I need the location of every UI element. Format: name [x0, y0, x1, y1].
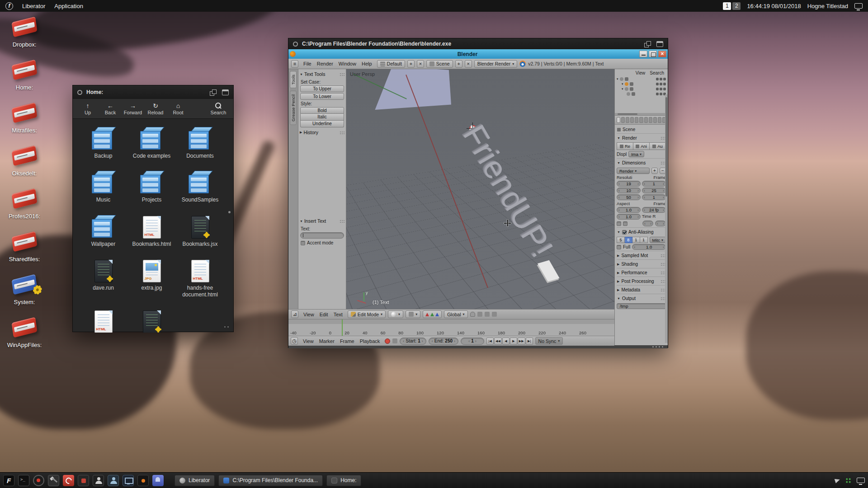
viewport-menu-item[interactable]: Edit: [317, 312, 331, 317]
timeline-menu-item[interactable]: Marker: [316, 338, 337, 344]
time-remap-new-field[interactable]: [655, 221, 666, 226]
file-item[interactable]: SoundSamples: [176, 170, 224, 203]
outliner-row[interactable]: ▾: [615, 81, 668, 86]
collapsed-panel-header[interactable]: ▶Performance: [617, 268, 666, 277]
workspace-2[interactable]: 2: [732, 2, 741, 10]
render-button[interactable]: Re: [617, 142, 633, 150]
file-item[interactable]: Projects: [127, 170, 176, 203]
dock-icon[interactable]: [3, 475, 14, 486]
timeline-menu-item[interactable]: View: [300, 338, 316, 344]
dock-icon[interactable]: [18, 475, 29, 486]
outliner-menu-view[interactable]: View: [636, 70, 646, 75]
task-button[interactable]: Liberator: [175, 475, 215, 486]
proportional-edit-icon[interactable]: [477, 312, 482, 317]
insert-text-input[interactable]: [300, 232, 344, 239]
remove-scene-button[interactable]: ×: [465, 60, 472, 68]
file-item[interactable]: Wallpaper: [79, 214, 127, 247]
apps-grid-icon[interactable]: [845, 478, 851, 483]
anti-aliasing-checkbox[interactable]: [622, 230, 627, 235]
window-menu-icon[interactable]: [293, 42, 298, 47]
panel-grip[interactable]: [340, 131, 344, 134]
toolbar-button[interactable]: Back: [99, 100, 122, 118]
style-toggle-button[interactable]: Underline: [300, 121, 344, 127]
tab-constraints-icon[interactable]: [639, 117, 643, 123]
history-panel-header[interactable]: ▶ History: [299, 128, 345, 136]
tab-texture-icon[interactable]: [658, 117, 661, 123]
to-upper-button[interactable]: To Upper: [300, 85, 344, 92]
render-opengl-icon[interactable]: [485, 312, 490, 317]
friend-logo-icon[interactable]: f: [5, 2, 13, 10]
desktop-icon[interactable]: Dropbox:: [4, 16, 45, 48]
display-dropdown[interactable]: Ima▾: [628, 151, 644, 157]
fps-field[interactable]: 24 fp: [642, 207, 666, 213]
file-item[interactable]: HTML Bookmarks.html: [127, 214, 176, 247]
timeline-menu-item[interactable]: Playback: [357, 338, 383, 344]
file-item[interactable]: [127, 309, 176, 333]
viewport-menu-item[interactable]: Text: [331, 312, 345, 317]
tab-grease-pencil[interactable]: Grease Pencil: [290, 91, 297, 125]
outliner-scrollbar[interactable]: [615, 113, 668, 115]
wine-titlebar[interactable]: Blender: [288, 49, 668, 59]
transport-button[interactable]: ▶|: [526, 338, 533, 345]
to-lower-button[interactable]: To Lower: [300, 93, 344, 100]
tab-modifiers-icon[interactable]: [644, 117, 648, 123]
auto-keyframe-record-icon[interactable]: [385, 338, 390, 344]
window-depth-icon[interactable]: [644, 41, 651, 47]
aa-sample-button[interactable]: 8: [625, 237, 632, 243]
tab-material-icon[interactable]: [653, 117, 657, 123]
render-panel-header[interactable]: ▼Render: [617, 133, 666, 142]
outliner-row[interactable]: [615, 91, 668, 96]
desktop-icon[interactable]: Home:: [4, 59, 45, 91]
viewport-shading-dropdown[interactable]: ▾: [388, 310, 403, 318]
dimensions-panel-header[interactable]: ▼Dimensions: [617, 158, 666, 167]
animation-button[interactable]: Ani: [633, 142, 650, 150]
full-sample-checkbox[interactable]: [617, 245, 621, 249]
file-item[interactable]: Code examples: [127, 126, 176, 159]
orientation-dropdown[interactable]: Global▾: [444, 310, 467, 318]
render-anim-opengl-icon[interactable]: [492, 312, 497, 317]
resolution-field[interactable]: 19: [617, 181, 641, 187]
screens-icon[interactable]: [857, 478, 865, 483]
remove-layout-button[interactable]: ×: [417, 60, 424, 68]
menubar-item[interactable]: Help: [359, 61, 375, 66]
menubar-item[interactable]: Render: [314, 61, 336, 66]
aa-sample-button[interactable]: 1: [640, 237, 648, 243]
frame-end-field[interactable]: ‹End: 250›: [429, 338, 458, 345]
panel-grip[interactable]: [340, 73, 344, 76]
collapsed-panel-header[interactable]: ▶Metadata: [617, 285, 666, 294]
transport-button[interactable]: ▶: [510, 338, 517, 345]
outliner-row[interactable]: ▾: [615, 86, 668, 91]
add-scene-button[interactable]: +: [455, 60, 462, 68]
tab-world-icon[interactable]: [630, 117, 634, 123]
window-titlebar[interactable]: Home:: [73, 85, 233, 99]
dock-icon[interactable]: [152, 475, 164, 486]
time-remap-old-field[interactable]: [642, 221, 653, 226]
file-item[interactable]: HTML: [79, 309, 127, 333]
window-resize-grip[interactable]: [223, 326, 230, 328]
dock-icon[interactable]: [48, 475, 59, 486]
desktop-icon[interactable]: WinAppFiles:: [4, 317, 45, 348]
toolbar-button[interactable]: Search: [207, 100, 230, 118]
dock-icon[interactable]: [137, 475, 149, 486]
properties-scrollbar[interactable]: [665, 94, 668, 343]
menu-application[interactable]: Application: [54, 3, 83, 9]
window-menu-icon[interactable]: [77, 90, 82, 95]
timeline-menu-item[interactable]: Frame: [337, 338, 357, 344]
tab-render-layers-icon[interactable]: [621, 117, 625, 123]
editor-type-icon[interactable]: ◷: [291, 337, 298, 345]
tab-data-icon[interactable]: [649, 117, 652, 123]
accent-mode-checkbox[interactable]: [301, 241, 305, 245]
aa-filter-dropdown[interactable]: Mitc▾: [650, 237, 666, 243]
pivot-dropdown[interactable]: ▾: [406, 310, 420, 318]
task-button[interactable]: Home:: [326, 475, 361, 486]
scrollbar-dot[interactable]: [228, 211, 231, 213]
transport-button[interactable]: ◀: [502, 338, 509, 345]
close-button[interactable]: [658, 51, 666, 57]
snap-magnet-icon[interactable]: [470, 312, 475, 317]
file-item[interactable]: Backup: [79, 126, 127, 159]
tab-object-icon[interactable]: [635, 117, 638, 123]
window-resize-grip[interactable]: [662, 346, 663, 347]
desktop-icon[interactable]: Oksedelt:: [4, 145, 45, 177]
viewport-3d[interactable]: User Persp FriendUP! y (1) Text: [346, 69, 614, 309]
keying-set-icon[interactable]: [392, 338, 397, 343]
